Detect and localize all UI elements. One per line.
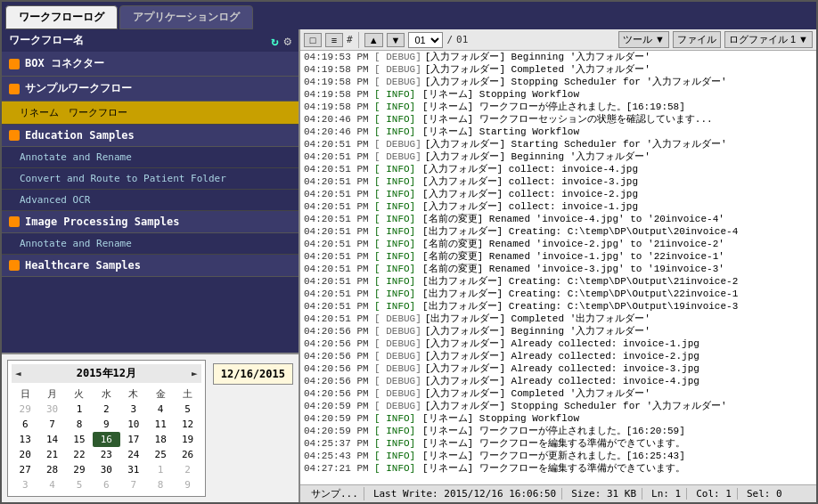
calendar-day[interactable]: 13 [12, 432, 38, 447]
calendar-day[interactable]: 16 [93, 432, 119, 447]
calendar-day[interactable]: 23 [93, 447, 119, 462]
calendar-day[interactable]: 7 [38, 417, 65, 432]
workflow-list-item[interactable]: Convert and Route to Patient Folder [2, 168, 299, 190]
calendar-day[interactable]: 29 [66, 462, 93, 477]
calendar-next-btn[interactable]: ► [192, 368, 198, 379]
log-level: [ INFO] [374, 263, 419, 275]
log-line: 04:20:51 PM[ INFO][入力フォルダー] collect: inv… [300, 175, 816, 188]
calendar-day[interactable]: 4 [147, 402, 174, 417]
calendar-day[interactable]: 20 [12, 447, 38, 462]
log-message: [入力フォルダー] Completed '入力フォルダー' [425, 63, 650, 76]
log-level: [ INFO] [374, 88, 419, 101]
log-line: 04:20:56 PM[ DEBUG][入力フォルダー] Already col… [300, 362, 816, 375]
workflow-list-item[interactable]: Advanced OCR [2, 190, 299, 211]
log-level: [ INFO] [374, 288, 419, 300]
group-label: Healthcare Samples [25, 259, 141, 272]
calendar-day[interactable]: 25 [147, 447, 174, 462]
log-time: 04:20:51 PM [304, 163, 371, 175]
calendar-day[interactable]: 17 [120, 432, 147, 447]
calendar-day[interactable]: 29 [12, 402, 38, 417]
log-time: 04:20:51 PM [304, 213, 371, 225]
calendar-day[interactable]: 30 [38, 402, 65, 417]
calendar-day[interactable]: 12 [174, 417, 200, 432]
calendar-day[interactable]: 22 [66, 447, 93, 462]
calendar-day[interactable]: 19 [174, 432, 200, 447]
toolbar-down-btn[interactable]: ▼ [387, 33, 405, 47]
refresh-icon[interactable]: ↻ [271, 34, 278, 48]
workflow-group-header[interactable]: BOX コネクター [2, 52, 299, 77]
log-message: [リネーム] ワークフローを編集する準備ができています。 [422, 437, 685, 450]
calendar-day[interactable]: 1 [66, 402, 93, 417]
calendar-day[interactable]: 18 [147, 432, 174, 447]
workflow-list-item[interactable]: Annotate and Rename [2, 233, 299, 255]
calendar-day[interactable]: 24 [120, 447, 147, 462]
calendar-day[interactable]: 28 [38, 462, 65, 477]
calendar-day[interactable]: 3 [12, 477, 38, 492]
log-message: [入力フォルダー] Already collected: invoice-2.j… [425, 350, 699, 362]
gear-icon[interactable]: ⚙ [284, 34, 291, 48]
content-area: ワークフロー名 ↻ ⚙ BOX コネクターサンプルワークフローリネーム ワークフ… [2, 29, 816, 502]
workflow-list-item[interactable]: Annotate and Rename [2, 147, 299, 168]
calendar-day[interactable]: 3 [120, 402, 147, 417]
log-message: [名前の変更] Renamed 'invoice-2.jpg' to '21in… [422, 238, 724, 250]
log-message: [入力フォルダー] Beginning '入力フォルダー' [425, 325, 650, 337]
tab-workflow-log[interactable]: ワークフローログ [5, 5, 118, 29]
left-header: ワークフロー名 ↻ ⚙ [2, 29, 299, 52]
log-content[interactable]: 04:19:53 PM[ DEBUG][入力フォルダー] Beginning '… [300, 51, 816, 484]
log-message: [リネーム] ワークフローが更新されました。[16:25:43] [422, 450, 685, 462]
toolbar-file-btn[interactable]: ファイル [673, 31, 721, 48]
toolbar-tools-btn[interactable]: ツール ▼ [618, 31, 669, 48]
calendar-day[interactable]: 9 [93, 417, 119, 432]
calendar-day[interactable]: 21 [38, 447, 65, 462]
toolbar-page-select[interactable]: 01 [408, 32, 443, 48]
calendar-day[interactable]: 10 [120, 417, 147, 432]
log-message: [リネーム] ワークフローが停止されました。[16:19:58] [422, 101, 685, 113]
group-dot-icon [9, 84, 20, 94]
log-level: [ DEBUG] [374, 138, 421, 150]
log-message: [出力フォルダー] Creating: C:\temp\DP\Output\19… [422, 300, 738, 313]
toolbar-logfile-btn[interactable]: ログファイル 1 ▼ [724, 31, 813, 48]
calendar-day[interactable]: 5 [66, 477, 93, 492]
calendar-day[interactable]: 11 [147, 417, 174, 432]
calendar-day[interactable]: 9 [174, 477, 200, 492]
toolbar-up-btn[interactable]: ▲ [364, 33, 383, 47]
log-level: [ INFO] [374, 188, 419, 200]
log-level: [ INFO] [374, 163, 419, 175]
calendar-day[interactable]: 2 [174, 462, 200, 477]
calendar-day[interactable]: 1 [147, 462, 174, 477]
cal-day-header: 金 [147, 386, 174, 402]
calendar-day[interactable]: 26 [174, 447, 200, 462]
workflow-group-header[interactable]: サンプルワークフロー [2, 77, 299, 102]
calendar-day[interactable]: 27 [12, 462, 38, 477]
calendar-day[interactable]: 2 [93, 402, 119, 417]
calendar-day[interactable]: 31 [120, 462, 147, 477]
log-line: 04:19:58 PM[ DEBUG][入力フォルダー] Stopping Sc… [300, 76, 816, 88]
log-level: [ DEBUG] [374, 76, 421, 88]
workflow-list-item[interactable]: リネーム ワークフロー [2, 102, 299, 125]
toolbar-btn-lines[interactable]: ≡ [325, 33, 343, 47]
log-level: [ DEBUG] [374, 63, 421, 76]
calendar-day[interactable]: 14 [38, 432, 65, 447]
calendar-day[interactable]: 15 [66, 432, 93, 447]
toolbar-btn-square[interactable]: □ [304, 33, 322, 47]
group-dot-icon [9, 216, 20, 227]
group-dot-icon [9, 59, 20, 69]
calendar-day[interactable]: 8 [66, 417, 93, 432]
header-icons: ↻ ⚙ [271, 34, 291, 48]
workflow-group-header[interactable]: Image Processing Samples [2, 211, 299, 233]
calendar-day[interactable]: 5 [174, 402, 200, 417]
tab-app-log[interactable]: アプリケーションログ [119, 5, 253, 29]
calendar-day[interactable]: 7 [120, 477, 147, 492]
calendar-day[interactable]: 30 [93, 462, 119, 477]
calendar-day[interactable]: 4 [38, 477, 65, 492]
workflow-group-header[interactable]: Healthcare Samples [2, 255, 299, 277]
workflow-list: BOX コネクターサンプルワークフローリネーム ワークフローEducation … [2, 52, 299, 353]
group-label: Education Samples [25, 129, 135, 142]
log-line: 04:20:59 PM[ INFO][リネーム] ワークフローが停止されました。… [300, 425, 816, 437]
calendar-day[interactable]: 6 [12, 417, 38, 432]
calendar-prev-btn[interactable]: ◄ [15, 368, 21, 379]
date-display[interactable]: 12/16/2015 [213, 363, 293, 385]
calendar-day[interactable]: 8 [147, 477, 174, 492]
calendar-day[interactable]: 6 [93, 477, 119, 492]
workflow-group-header[interactable]: Education Samples [2, 125, 299, 147]
